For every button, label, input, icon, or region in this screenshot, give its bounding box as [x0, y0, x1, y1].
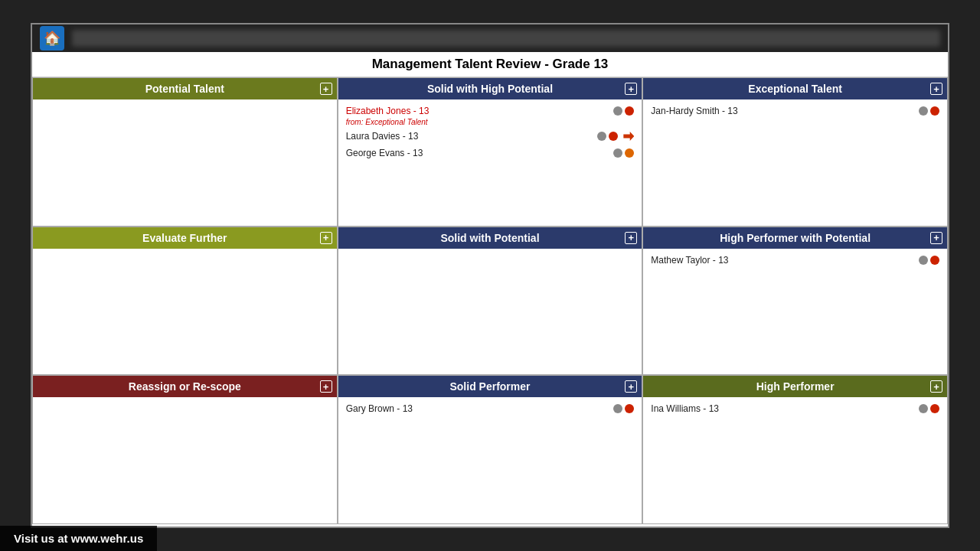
cell-header-high-performer: High Performer+ — [643, 376, 947, 397]
person-group: Jan-Hardy Smith - 13 — [651, 104, 939, 118]
cell-add-icon-solid-performer[interactable]: + — [625, 380, 637, 393]
cell-header-evaluate-further: Evaluate Further+ — [33, 227, 337, 249]
person-row[interactable]: Elizabeth Jones - 13 — [346, 104, 635, 118]
cell-add-icon-solid-with-high-potential[interactable]: + — [625, 83, 637, 95]
cell-body-evaluate-further — [33, 249, 337, 375]
cell-header-label-solid-performer: Solid Performer — [449, 380, 530, 393]
blur-bar — [72, 30, 940, 47]
top-bar: 🏠 — [32, 24, 948, 52]
cell-body-solid-performer: Gary Brown - 13 — [338, 397, 642, 523]
dot-red — [609, 132, 618, 141]
dot-red — [625, 404, 634, 413]
cell-potential-talent: Potential Talent+ — [32, 77, 338, 227]
person-row[interactable]: Ina Williams - 13 — [651, 402, 939, 416]
cell-header-solid-performer: Solid Performer+ — [338, 376, 642, 397]
page-title: Management Talent Review - Grade 13 — [32, 52, 948, 77]
dot-gray — [613, 404, 622, 413]
dot-gray — [919, 256, 928, 265]
cell-body-reassign-or-rescope — [33, 397, 337, 523]
cell-header-label-solid-with-high-potential: Solid with High Potential — [427, 83, 553, 95]
person-dots — [613, 148, 634, 158]
talent-grid: Potential Talent+Solid with High Potenti… — [32, 77, 948, 524]
person-row[interactable]: Jan-Hardy Smith - 13 — [651, 104, 939, 118]
person-name: Jan-Hardy Smith - 13 — [651, 106, 919, 116]
person-row[interactable]: George Evans - 13 — [346, 146, 635, 160]
cell-header-high-performer-with-potential: High Performer with Potential+ — [643, 227, 947, 249]
person-group: Gary Brown - 13 — [346, 402, 635, 416]
person-name: George Evans - 13 — [346, 148, 614, 158]
dot-gray — [613, 106, 622, 116]
person-group: Elizabeth Jones - 13from: Exceptional Ta… — [346, 104, 635, 126]
main-container: 🏠 Management Talent Review - Grade 13 Po… — [31, 23, 949, 528]
home-icon[interactable]: 🏠 — [40, 26, 64, 51]
cell-reassign-or-rescope: Reassign or Re-scope+ — [32, 375, 338, 524]
cell-header-reassign-or-rescope: Reassign or Re-scope+ — [33, 376, 337, 397]
person-name: Mathew Taylor - 13 — [651, 255, 919, 266]
person-group: Laura Davies - 13 — [346, 129, 635, 143]
person-row[interactable]: Mathew Taylor - 13 — [651, 253, 939, 267]
cell-add-icon-high-performer-with-potential[interactable]: + — [930, 232, 942, 244]
cell-add-icon-potential-talent[interactable]: + — [320, 83, 332, 95]
cell-add-icon-high-performer[interactable]: + — [930, 380, 942, 393]
cell-header-exceptional-talent: Exceptional Talent+ — [643, 78, 947, 99]
dot-gray — [597, 132, 606, 141]
cell-header-label-evaluate-further: Evaluate Further — [142, 232, 227, 244]
person-name: Gary Brown - 13 — [346, 403, 614, 414]
cell-header-potential-talent: Potential Talent+ — [33, 78, 337, 99]
cell-body-high-performer: Ina Williams - 13 — [643, 397, 947, 523]
cell-add-icon-reassign-or-rescope[interactable]: + — [320, 380, 332, 393]
dot-gray — [613, 148, 622, 158]
cell-header-label-exceptional-talent: Exceptional Talent — [748, 83, 842, 95]
dot-red — [930, 106, 939, 116]
cell-body-exceptional-talent: Jan-Hardy Smith - 13 — [643, 99, 947, 226]
person-group: Mathew Taylor - 13 — [651, 253, 939, 267]
person-dots — [613, 404, 634, 413]
cell-evaluate-further: Evaluate Further+ — [32, 227, 338, 376]
person-group: George Evans - 13 — [346, 146, 635, 160]
bottom-label: Visit us at www.wehr.us — [0, 526, 157, 551]
cell-solid-with-potential: Solid with Potential+ — [338, 227, 643, 376]
cell-header-label-reassign-or-rescope: Reassign or Re-scope — [129, 380, 241, 393]
cell-add-icon-solid-with-potential[interactable]: + — [625, 232, 637, 244]
dot-red — [930, 256, 939, 265]
cell-solid-with-high-potential: Solid with High Potential+Elizabeth Jone… — [338, 77, 643, 227]
cell-body-solid-with-high-potential: Elizabeth Jones - 13from: Exceptional Ta… — [338, 99, 642, 226]
cell-add-icon-evaluate-further[interactable]: + — [320, 232, 332, 244]
person-name: Elizabeth Jones - 13 — [346, 106, 614, 116]
cell-header-label-solid-with-potential: Solid with Potential — [440, 232, 539, 244]
drag-arrow-icon — [623, 132, 634, 141]
cell-high-performer: High Performer+Ina Williams - 13 — [642, 375, 948, 524]
dot-gray — [919, 106, 928, 116]
person-row[interactable]: Gary Brown - 13 — [346, 402, 635, 416]
cell-header-label-high-performer: High Performer — [756, 380, 835, 393]
cell-header-solid-with-high-potential: Solid with High Potential+ — [338, 78, 642, 99]
person-dots — [597, 132, 634, 141]
person-name: Ina Williams - 13 — [651, 403, 919, 414]
dot-orange — [625, 148, 634, 158]
cell-exceptional-talent: Exceptional Talent+Jan-Hardy Smith - 13 — [642, 77, 948, 227]
cell-body-high-performer-with-potential: Mathew Taylor - 13 — [643, 249, 947, 375]
cell-header-solid-with-potential: Solid with Potential+ — [338, 227, 642, 249]
person-dots — [919, 256, 939, 265]
cell-header-label-high-performer-with-potential: High Performer with Potential — [720, 232, 871, 244]
dot-red — [930, 404, 939, 413]
person-name: Laura Davies - 13 — [346, 131, 598, 142]
person-group: Ina Williams - 13 — [651, 402, 939, 416]
dot-gray — [919, 404, 928, 413]
cell-add-icon-exceptional-talent[interactable]: + — [930, 83, 942, 95]
cell-header-label-potential-talent: Potential Talent — [145, 83, 224, 95]
cell-high-performer-with-potential: High Performer with Potential+Mathew Tay… — [642, 227, 948, 376]
person-sub-text: from: Exceptional Talent — [346, 118, 635, 126]
person-row[interactable]: Laura Davies - 13 — [346, 129, 635, 143]
cell-solid-performer: Solid Performer+Gary Brown - 13 — [338, 375, 643, 524]
person-dots — [919, 404, 939, 413]
cell-body-solid-with-potential — [338, 249, 642, 375]
cell-body-potential-talent — [33, 99, 337, 226]
person-dots — [919, 106, 939, 116]
dot-red — [625, 106, 634, 116]
person-dots — [613, 106, 634, 116]
